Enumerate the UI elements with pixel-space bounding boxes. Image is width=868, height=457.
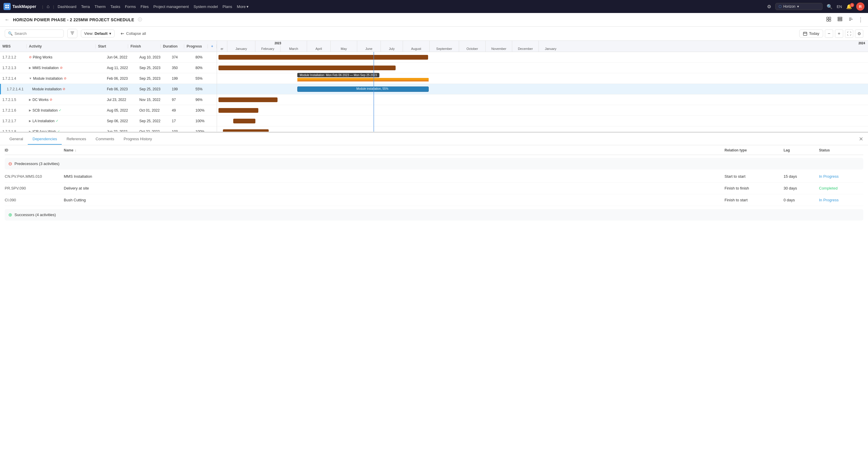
close-panel-button[interactable]: ✕ — [859, 136, 863, 142]
status-ok-icon: ✓ — [57, 130, 60, 132]
dep-row-3[interactable]: CI.090 Bush Cutting Finish to start 0 da… — [5, 194, 863, 206]
table-row[interactable]: 1.7.2.1.3 ▶ MMS Installation ⊘ Aug 11, 2… — [0, 63, 217, 73]
nav-therm[interactable]: Therm — [94, 4, 106, 9]
expand-icon[interactable]: ▶ — [29, 130, 31, 132]
collapse-section-icon[interactable]: ⊖ — [8, 161, 12, 166]
svg-rect-0 — [5, 5, 7, 6]
app-logo[interactable]: TaskMapper — [4, 3, 36, 10]
dep-table-header: ID Name ↓ Relation type Lag Status — [5, 145, 863, 155]
bar-la — [233, 119, 255, 123]
expand-icon[interactable]: ▶ — [29, 109, 31, 112]
table-row[interactable]: 1.7.2.1.2 ⊘ Piling Works Jun 04, 2022 Au… — [0, 52, 217, 63]
more-options-button[interactable]: ⋮ — [858, 17, 863, 23]
bar-piling — [218, 55, 428, 60]
table-view-button[interactable] — [836, 16, 844, 24]
table-header: WBS Activity Start Finish Duration Progr… — [0, 41, 217, 52]
tab-progress-history[interactable]: Progress History — [119, 134, 157, 145]
dep-row-1[interactable]: CN.PV.P4A.MMS.010 MMS Installation Start… — [5, 171, 863, 182]
svg-rect-6 — [827, 20, 829, 21]
page-view-actions: ⋮ — [824, 16, 863, 24]
successors-section[interactable]: ⊕ Successors (4 activities) — [5, 209, 863, 220]
nav-dashboard[interactable]: Dashboard — [58, 4, 76, 9]
expand-icon[interactable]: ▶ — [29, 119, 31, 123]
tab-comments[interactable]: Comments — [91, 134, 119, 145]
toolbar: 🔍 View: Default ▾ Collapse all Today − +… — [0, 27, 868, 41]
back-button[interactable]: ← — [5, 17, 9, 23]
column-settings-button[interactable]: ⚙ — [855, 30, 863, 38]
dep-row-2[interactable]: PR.SPV.090 Delivery at site Finish to fi… — [5, 182, 863, 194]
header-progress: Progress — [184, 44, 208, 49]
table-row[interactable]: 1.7.2.1.8 ▶ ICR Area Work ✓ Jun 22, 2022… — [0, 126, 217, 132]
settings-icon[interactable]: ⚙ — [766, 3, 772, 11]
zoom-out-button[interactable]: − — [825, 30, 833, 38]
status-ok-icon: ✓ — [59, 108, 61, 112]
nav-project-mgmt[interactable]: Project management — [153, 4, 189, 9]
nav-links: Dashboard Terra Therm Tasks Forms Files … — [58, 4, 764, 9]
nav-forms[interactable]: Forms — [125, 4, 136, 9]
zoom-in-button[interactable]: + — [835, 30, 843, 38]
language-selector[interactable]: EN — [837, 4, 842, 9]
svg-rect-4 — [827, 17, 829, 19]
nav-system-model[interactable]: System model — [193, 4, 218, 9]
view-selector[interactable]: View: Default ▾ — [81, 30, 115, 37]
table-row[interactable]: 1.7.2.1.5 ▶ DC Works ⊘ Jul 23, 2022 Nov … — [0, 94, 217, 105]
today-line — [373, 52, 374, 132]
expand-section-icon[interactable]: ⊕ — [8, 212, 12, 218]
bar-dc — [218, 97, 278, 102]
tab-general[interactable]: General — [5, 134, 28, 145]
page-header: ← HORIZON POWER PHASE - 2 225MW PROJECT … — [0, 13, 868, 27]
table-row[interactable]: 1.7.2.1.7 ▶ LA Installation ✓ Sep 06, 20… — [0, 116, 217, 126]
status-warn-icon: ⊘ — [29, 55, 32, 59]
month-jul: July — [381, 41, 403, 52]
main-content: WBS Activity Start Finish Duration Progr… — [0, 41, 868, 457]
expand-icon[interactable]: ▶ — [29, 98, 31, 101]
month-sep: September — [430, 41, 459, 52]
gantt-view-button[interactable] — [847, 16, 856, 24]
gantt-month-header: 2023 2024 er January February March Apri… — [217, 41, 868, 52]
nav-files[interactable]: Files — [141, 4, 149, 9]
header-activity: Activity — [27, 44, 96, 49]
month-er: er — [217, 41, 227, 52]
nav-right-actions: ⚙ ⬡ Horizon ▾ 🔍 EN 🔔 1 R — [766, 2, 864, 11]
predecessors-section[interactable]: ⊖ Predecessors (3 activities) — [5, 158, 863, 170]
nav-plans[interactable]: Plans — [223, 4, 232, 9]
notifications-button[interactable]: 🔔 1 — [845, 4, 853, 9]
dependencies-container: ID Name ↓ Relation type Lag Status ⊖ Pre… — [0, 145, 868, 457]
search-icon[interactable]: 🔍 — [826, 3, 834, 11]
search-icon: 🔍 — [8, 31, 13, 36]
gantt-row-piling — [217, 52, 868, 63]
tab-references[interactable]: References — [62, 134, 91, 145]
home-icon[interactable]: ⌂ — [46, 4, 50, 9]
search-input[interactable] — [14, 31, 56, 36]
status-ok-icon: ✓ — [56, 119, 58, 123]
workspace-selector[interactable]: ⬡ Horizon ▾ — [775, 3, 823, 10]
grid-view-button[interactable] — [824, 16, 833, 24]
info-icon[interactable]: ⓘ — [138, 17, 142, 23]
table-row[interactable]: 1.7.2.1.6 ▶ SCB Installation ✓ Aug 05, 2… — [0, 105, 217, 116]
user-avatar[interactable]: R — [856, 2, 864, 11]
month-oct: October — [459, 41, 486, 52]
expand-icon[interactable]: ▶ — [29, 66, 31, 69]
nav-tasks[interactable]: Tasks — [111, 4, 120, 9]
bar-module-parent-progress — [297, 80, 429, 82]
status-badge-inprogress: In Progress — [819, 174, 863, 179]
month-aug: August — [403, 41, 430, 52]
tab-dependencies[interactable]: Dependencies — [28, 134, 62, 145]
nav-more[interactable]: More ▾ — [237, 4, 249, 9]
fullscreen-button[interactable]: ⛶ — [845, 30, 853, 38]
gantt-row-dc — [217, 94, 868, 105]
collapse-all-button[interactable]: Collapse all — [118, 30, 148, 37]
table-row[interactable]: 1.7.2.1.4 ▼ Module Installation ⊘ Feb 06… — [0, 73, 217, 84]
month-mar: March — [280, 41, 307, 52]
search-box[interactable]: 🔍 — [5, 30, 64, 37]
filter-button[interactable] — [67, 29, 78, 38]
add-column-button[interactable]: + — [208, 44, 217, 49]
today-button[interactable]: Today — [799, 30, 823, 37]
collapse-icon[interactable]: ▼ — [29, 77, 32, 80]
header-finish: Finish — [128, 44, 161, 49]
gantt-chart: 2023 2024 er January February March Apri… — [217, 41, 868, 132]
nav-terra[interactable]: Terra — [81, 4, 90, 9]
dep-header-name[interactable]: Name ↓ — [64, 148, 724, 152]
svg-rect-1 — [7, 5, 9, 6]
table-row-selected[interactable]: 1.7.2.1.4.1 Module installation ⊘ Feb 06… — [0, 84, 217, 94]
